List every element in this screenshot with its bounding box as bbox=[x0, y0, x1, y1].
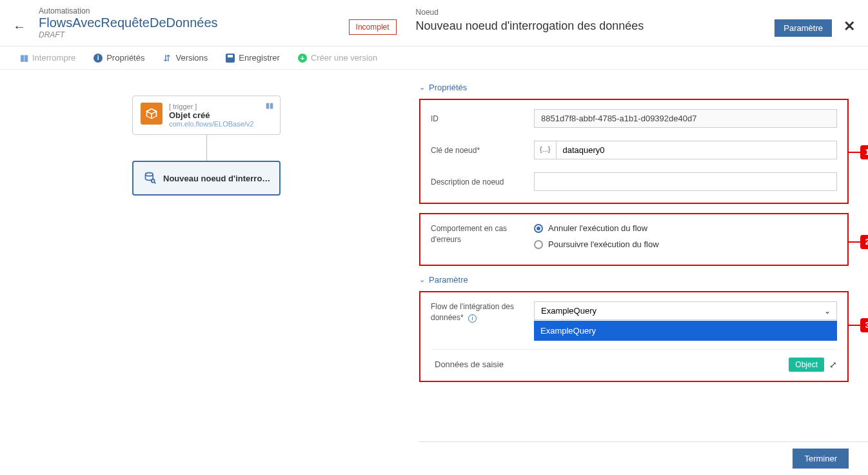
close-icon[interactable]: ✕ bbox=[843, 18, 855, 35]
database-query-icon bbox=[144, 172, 157, 185]
parameter-group: 3 Flow de l'intégration des données* i ⌄… bbox=[419, 291, 849, 382]
properties-panel: ⌄ Propriétés 1 ID Clé de noeud* {...} De… bbox=[413, 70, 868, 404]
save-button[interactable]: Enregistrer bbox=[226, 53, 280, 63]
flow-title: FlowsAvecRequêteDeDonnées bbox=[39, 15, 218, 30]
versions-label: Versions bbox=[175, 53, 208, 63]
create-version-button[interactable]: + Créer une version bbox=[298, 53, 377, 63]
panel-eyebrow: Noeud bbox=[416, 8, 644, 17]
node-desc-label: Description de noeud bbox=[431, 177, 534, 187]
flow-title-block: Automatisation FlowsAvecRequêteDeDonnées… bbox=[39, 6, 218, 39]
callout-3: 3 bbox=[860, 318, 868, 332]
info-icon: i bbox=[94, 54, 103, 63]
trigger-subtitle: com.elo.flows/ELOBase/v2 bbox=[169, 120, 253, 128]
properties-group: 1 ID Clé de noeud* {...} Description de … bbox=[419, 99, 849, 204]
pause-icon: ▮▮ bbox=[19, 54, 28, 63]
parameter-section-label: Paramètre bbox=[429, 275, 468, 285]
svg-point-1 bbox=[152, 179, 155, 183]
expand-icon[interactable]: ⤢ bbox=[829, 359, 837, 370]
properties-button[interactable]: i Propriétés bbox=[94, 53, 144, 63]
radio-continue-label: Poursuivre l'exécution du flow bbox=[548, 239, 659, 249]
data-flow-select-input[interactable] bbox=[534, 301, 837, 320]
data-flow-select[interactable]: ⌄ ExampleQuery bbox=[534, 301, 837, 320]
flow-canvas[interactable]: ▮▮ [ trigger ] Objet créé com.elo.flows/… bbox=[0, 70, 413, 404]
trigger-tag: [ trigger ] bbox=[169, 103, 253, 110]
parameter-section-toggle[interactable]: ⌄ Paramètre bbox=[419, 275, 849, 285]
title-eyebrow: Automatisation bbox=[39, 6, 218, 15]
interrupt-button[interactable]: ▮▮ Interrompre bbox=[19, 53, 75, 63]
connector-line bbox=[206, 135, 207, 161]
node-desc-input[interactable] bbox=[534, 172, 837, 191]
versions-icon: ⇵ bbox=[163, 54, 172, 63]
query-node[interactable]: Nouveau noeud d'interro… bbox=[132, 161, 281, 196]
versions-button[interactable]: ⇵ Versions bbox=[163, 53, 208, 63]
node-key-label: Clé de noeud* bbox=[431, 146, 534, 155]
save-label: Enregistrer bbox=[239, 53, 280, 63]
id-label: ID bbox=[431, 114, 534, 123]
properties-section-toggle[interactable]: ⌄ Propriétés bbox=[419, 83, 849, 92]
status-badge: Incomplet bbox=[349, 19, 397, 35]
plus-icon: + bbox=[298, 54, 307, 63]
properties-label: Propriétés bbox=[106, 53, 144, 63]
side-panel-header: Noeud Nouveau noeud d'interrogation des … bbox=[416, 8, 644, 33]
parameter-button[interactable]: Paramètre bbox=[774, 19, 832, 37]
node-pause-icon[interactable]: ▮▮ bbox=[266, 101, 273, 110]
chevron-down-icon: ⌄ bbox=[419, 83, 425, 92]
id-field bbox=[534, 109, 837, 128]
callout-1: 1 bbox=[860, 145, 868, 159]
interrupt-label: Interrompre bbox=[32, 53, 75, 63]
chevron-down-icon: ⌄ bbox=[419, 276, 425, 284]
create-version-label: Créer une version bbox=[311, 53, 377, 63]
info-icon[interactable]: i bbox=[468, 314, 477, 323]
expression-prefix[interactable]: {...} bbox=[534, 141, 556, 159]
back-button[interactable]: ← bbox=[13, 19, 26, 34]
box-icon bbox=[141, 103, 163, 125]
toolbar: ▮▮ Interrompre i Propriétés ⇵ Versions E… bbox=[0, 46, 868, 70]
radio-continue-flow[interactable]: Poursuivre l'exécution du flow bbox=[534, 239, 659, 249]
trigger-node[interactable]: ▮▮ [ trigger ] Objet créé com.elo.flows/… bbox=[132, 96, 281, 135]
chevron-down-icon: ⌄ bbox=[824, 307, 831, 316]
save-icon bbox=[226, 54, 235, 63]
draft-label: DRAFT bbox=[39, 30, 218, 39]
trigger-title: Objet créé bbox=[169, 110, 253, 120]
radio-icon-unchecked bbox=[534, 240, 543, 249]
data-flow-label: Flow de l'intégration des données* i bbox=[431, 301, 534, 323]
svg-point-0 bbox=[146, 173, 153, 176]
query-node-title: Nouveau noeud d'interro… bbox=[163, 167, 270, 189]
object-badge: Object bbox=[789, 358, 824, 372]
node-key-input[interactable] bbox=[556, 141, 837, 159]
radio-icon-checked bbox=[534, 224, 543, 233]
panel-title: Nouveau noeud d'interrogation des donnée… bbox=[416, 19, 644, 33]
properties-section-label: Propriétés bbox=[429, 83, 467, 92]
error-behavior-group: 2 Comportement en cas d'erreurs Annuler … bbox=[419, 213, 849, 266]
callout-2: 2 bbox=[860, 235, 868, 249]
data-flow-option[interactable]: ExampleQuery bbox=[534, 321, 837, 341]
radio-cancel-label: Annuler l'exécution du flow bbox=[548, 223, 647, 233]
error-behavior-label: Comportement en cas d'erreurs bbox=[431, 223, 534, 256]
input-data-label: Données de saisie bbox=[431, 359, 789, 369]
radio-cancel-flow[interactable]: Annuler l'exécution du flow bbox=[534, 223, 659, 233]
